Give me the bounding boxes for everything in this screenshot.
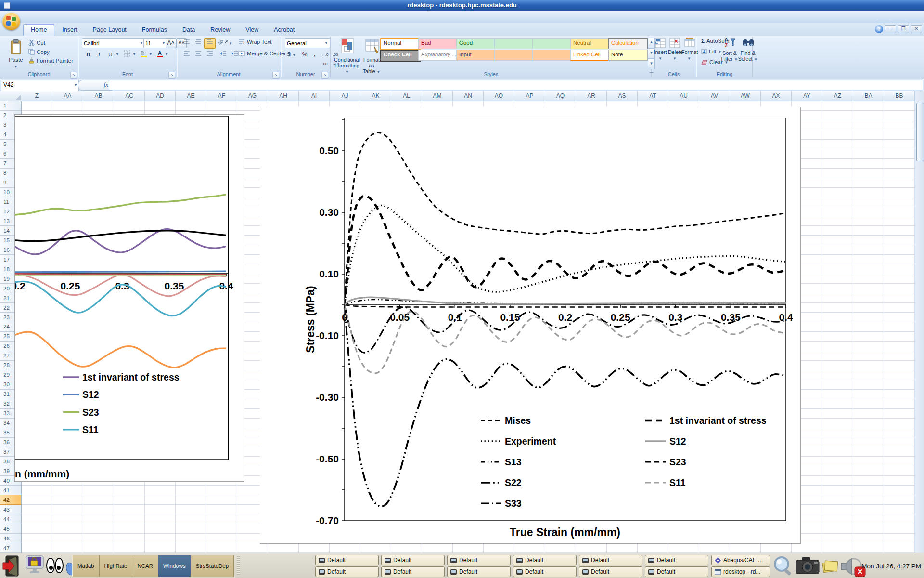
style-linked-cell[interactable]: Linked Cell (570, 50, 610, 61)
office-button[interactable] (2, 13, 20, 30)
row-header-47[interactable]: 47 (0, 543, 22, 553)
task-abaqus[interactable]: Abaqus/CAE ... (711, 555, 770, 565)
pager-strsstatedep[interactable]: StrsStateDep (191, 555, 234, 577)
pager-windows[interactable]: Windows (158, 555, 191, 577)
style-good[interactable]: Good (456, 38, 496, 49)
row-header-44[interactable]: 44 (0, 514, 22, 524)
column-header-AE[interactable]: AE (176, 91, 206, 101)
column-header-AQ[interactable]: AQ (545, 91, 576, 101)
column-header-AG[interactable]: AG (237, 91, 268, 101)
column-header-AU[interactable]: AU (668, 91, 699, 101)
column-header-AY[interactable]: AY (792, 91, 822, 101)
column-header-Z[interactable]: Z (22, 91, 52, 101)
column-header-AN[interactable]: AN (453, 91, 484, 101)
tab-insert[interactable]: Insert (54, 24, 85, 36)
row-header-41[interactable]: 41 (0, 486, 22, 495)
tab-review[interactable]: Review (203, 24, 238, 36)
pager-highrate[interactable]: HighRate (100, 555, 133, 577)
column-header-AI[interactable]: AI (299, 91, 330, 101)
exit-icon[interactable] (2, 555, 22, 578)
tab-view[interactable]: View (238, 24, 266, 36)
tab-home[interactable]: Home (23, 24, 54, 36)
column-header-AB[interactable]: AB (83, 91, 114, 101)
select-all-corner[interactable] (0, 91, 22, 102)
task-default[interactable]: Default (315, 555, 379, 565)
tab-data[interactable]: Data (175, 24, 203, 36)
column-header-AP[interactable]: AP (514, 91, 545, 101)
task-default[interactable]: Default (645, 566, 708, 577)
style-normal[interactable]: Normal (380, 38, 421, 50)
column-header-AW[interactable]: AW (730, 91, 761, 101)
column-header-AK[interactable]: AK (360, 91, 391, 101)
lock-screen-icon[interactable] (24, 555, 45, 578)
format-cells-button[interactable]: Format▼ (681, 49, 697, 62)
task-default[interactable]: Default (579, 555, 642, 565)
column-header-AT[interactable]: AT (638, 91, 668, 101)
task-default[interactable]: Default (513, 566, 577, 577)
column-header-AR[interactable]: AR (576, 91, 607, 101)
notes-tray-icon[interactable] (821, 558, 839, 575)
scrollbar-thumb[interactable] (916, 103, 924, 161)
column-header-AL[interactable]: AL (391, 91, 422, 101)
workbook-restore-button[interactable]: ❐ (898, 25, 909, 33)
column-header-AM[interactable]: AM (422, 91, 453, 101)
column-header-AF[interactable]: AF (206, 91, 237, 101)
column-header-AS[interactable]: AS (607, 91, 638, 101)
task-rdesktop[interactable]: rdesktop - rd... (711, 566, 770, 577)
column-header-AX[interactable]: AX (761, 91, 792, 101)
name-box-dropdown-icon[interactable]: ▼ (74, 83, 77, 87)
name-box[interactable]: V42▼ (1, 80, 79, 92)
formula-input[interactable] (109, 80, 923, 90)
vertical-scrollbar[interactable] (915, 91, 924, 553)
pager-matlab[interactable]: Matlab (73, 555, 100, 577)
find-select-button[interactable]: Find &Select ▼ (737, 50, 758, 63)
style-note[interactable]: Note (608, 50, 648, 61)
style-check-cell[interactable]: Check Cell (380, 50, 421, 62)
row-header-1[interactable]: 1 (0, 101, 22, 111)
style-good-ext[interactable] (532, 38, 572, 49)
column-header-AZ[interactable]: AZ (822, 91, 853, 101)
sort-filter-button[interactable]: AZ Sort &Filter ▼ (720, 50, 739, 63)
column-header-AO[interactable]: AO (484, 91, 514, 101)
style-calculation[interactable]: Calculation (608, 38, 648, 49)
style-input[interactable]: Input (456, 50, 496, 61)
row-header-42[interactable]: 42 (0, 495, 22, 505)
style-bad[interactable]: Bad (418, 38, 458, 49)
column-header-AV[interactable]: AV (699, 91, 730, 101)
camera-tray-icon[interactable] (795, 556, 820, 577)
gallery-scroll-up-icon[interactable]: ▲ (648, 38, 655, 48)
tab-page-layout[interactable]: Page Layout (85, 24, 134, 36)
task-default[interactable]: Default (315, 566, 379, 577)
tab-formulas[interactable]: Formulas (134, 24, 175, 36)
left-chart-object[interactable]: 0.20.250.30.350.4n (mm/mm)1st invariant … (14, 114, 244, 482)
task-default[interactable]: Default (579, 566, 642, 577)
task-default[interactable]: Default (513, 555, 577, 565)
row-header-43[interactable]: 43 (0, 505, 22, 514)
task-default[interactable]: Default (381, 566, 445, 577)
insert-function-button[interactable]: fx (78, 80, 113, 91)
column-header-BB[interactable]: BB (884, 91, 915, 101)
style-input-ext[interactable] (494, 50, 534, 61)
task-default[interactable]: Default (447, 566, 511, 577)
column-header-AC[interactable]: AC (114, 91, 145, 101)
column-header-AJ[interactable]: AJ (330, 91, 360, 101)
pager-ncar[interactable]: NCAR (132, 555, 158, 577)
eyes-icon[interactable] (46, 557, 64, 575)
delete-cells-button[interactable]: × Delete▼ (668, 49, 681, 62)
task-default[interactable]: Default (381, 555, 445, 565)
style-explanatory-[interactable]: Explanatory ... (418, 50, 458, 61)
task-default[interactable]: Default (645, 555, 708, 565)
workbook-minimize-button[interactable]: — (885, 25, 896, 33)
insert-cells-button[interactable]: Insert▼ (654, 49, 667, 62)
workbook-close-button[interactable]: ✕ (911, 25, 922, 33)
right-chart-object[interactable]: 00.050.10.150.20.250.30.350.40.500.300.1… (260, 107, 801, 544)
task-default[interactable]: Default (447, 555, 511, 565)
column-header-AA[interactable]: AA (52, 91, 83, 101)
column-header-BA[interactable]: BA (853, 91, 884, 101)
style-input-ext[interactable] (532, 50, 572, 61)
magnifier-tray-icon[interactable] (772, 555, 794, 578)
taskbar-grip[interactable] (237, 556, 240, 575)
help-icon[interactable]: ? (875, 25, 883, 33)
tab-acrobat[interactable]: Acrobat (266, 24, 302, 36)
column-header-AH[interactable]: AH (268, 91, 299, 101)
